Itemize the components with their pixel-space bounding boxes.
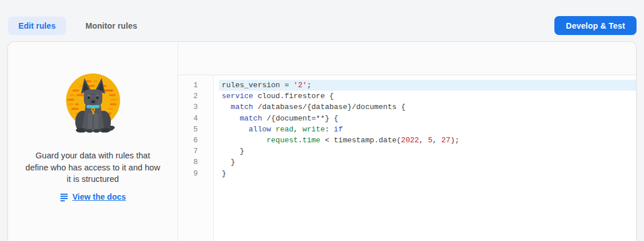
rules-info-sidebar: Guard your data with rules that define w… bbox=[8, 42, 178, 241]
rules-card: Guard your data with rules that define w… bbox=[7, 41, 637, 241]
tab-monitor-rules[interactable]: Monitor rules bbox=[75, 17, 148, 35]
tab-edit-rules[interactable]: Edit rules bbox=[8, 17, 66, 35]
line-number: 4 bbox=[178, 113, 213, 124]
editor-toolbar bbox=[178, 42, 636, 75]
code-lines[interactable]: rules_version = '2';service cloud.firest… bbox=[214, 75, 636, 241]
line-number: 7 bbox=[178, 146, 213, 157]
line-number: 6 bbox=[178, 135, 213, 146]
code-line[interactable]: service cloud.firestore { bbox=[219, 91, 636, 102]
line-number: 3 bbox=[178, 102, 213, 112]
line-number-gutter: 123456789 bbox=[178, 75, 214, 241]
develop-test-button[interactable]: Develop & Test bbox=[554, 16, 637, 35]
line-number: 2 bbox=[178, 91, 213, 102]
guard-dog-illustration bbox=[59, 68, 128, 137]
line-number: 8 bbox=[178, 157, 213, 168]
code-line[interactable]: request.time < timestamp.date(2022, 5, 2… bbox=[219, 135, 636, 146]
short-text-icon bbox=[60, 192, 69, 201]
code-editor[interactable]: 123456789 rules_version = '2';service cl… bbox=[178, 75, 636, 241]
rules-tab-bar: Edit rules Monitor rules Develop & Test bbox=[8, 16, 637, 35]
code-line[interactable]: allow read, write: if bbox=[219, 124, 636, 135]
code-line[interactable]: } bbox=[219, 146, 636, 157]
code-line[interactable]: } bbox=[219, 168, 636, 179]
line-number: 5 bbox=[178, 124, 213, 135]
rules-editor-panel: 123456789 rules_version = '2';service cl… bbox=[178, 42, 636, 241]
code-line[interactable]: match /{document=**} { bbox=[219, 113, 636, 124]
code-line[interactable]: rules_version = '2'; bbox=[219, 80, 636, 91]
view-docs-label: View the docs bbox=[72, 192, 126, 201]
code-line[interactable]: } bbox=[219, 157, 636, 168]
rules-description-text: Guard your data with rules that define w… bbox=[24, 150, 163, 185]
code-line[interactable]: match /databases/{database}/documents { bbox=[219, 102, 636, 112]
line-number: 9 bbox=[178, 168, 213, 179]
line-number: 1 bbox=[178, 80, 213, 91]
view-docs-link[interactable]: View the docs bbox=[60, 192, 126, 201]
